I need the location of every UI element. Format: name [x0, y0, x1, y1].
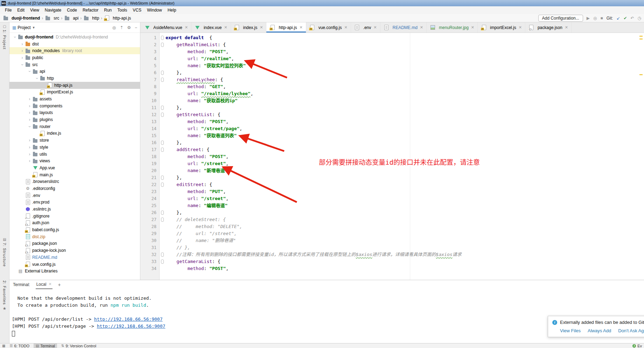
fold-marker[interactable] — [159, 139, 166, 146]
menu-navigate[interactable]: Navigate — [42, 7, 64, 13]
tree-row-App.vue[interactable]: ›App.vue — [9, 164, 140, 171]
breadcrumb-item-src[interactable]: src — [45, 16, 59, 21]
tree-row-http-api.js[interactable]: ›JShttp-api.js — [9, 82, 140, 89]
notification-action-always-add[interactable]: Always Add — [588, 328, 611, 333]
tree-row-node_modules[interactable]: ›node_moduleslibrary root — [9, 47, 140, 54]
terminal-tab-local[interactable]: Local ✕ — [36, 280, 52, 289]
menu-refactor[interactable]: Refactor — [80, 7, 101, 13]
tree-row-.editorconfig[interactable]: ›⚙.editorconfig — [9, 185, 140, 192]
tree-row-babel.config.js[interactable]: ›JSbabel.config.js — [9, 226, 140, 233]
tree-row-vue.config.js[interactable]: ›JSvue.config.js — [9, 261, 140, 268]
fold-marker[interactable] — [159, 111, 166, 118]
fold-marker[interactable] — [159, 258, 166, 265]
chevron-collapsed-icon[interactable]: › — [27, 111, 32, 115]
chevron-collapsed-icon[interactable]: › — [27, 118, 32, 122]
breadcrumb-item-http-api.js[interactable]: JShttp-api.js — [104, 15, 131, 21]
chevron-expanded-icon[interactable]: › — [13, 34, 17, 40]
tree-row-.eslintrc.js[interactable]: ›.eslintrc.js — [9, 206, 140, 213]
close-icon[interactable]: ✕ — [260, 25, 263, 30]
toolwindow-switcher-icon[interactable]: ▦ — [2, 344, 5, 348]
tree-row-src[interactable]: ›src — [9, 61, 140, 68]
update-project-icon[interactable]: ↙ — [616, 16, 620, 21]
tab-package.json[interactable]: {}package.json✕ — [525, 22, 572, 33]
code-editor[interactable]: 1export default {2 getRealTimeList: {3 m… — [140, 33, 644, 280]
close-icon[interactable]: ✕ — [565, 25, 568, 30]
tree-row-style[interactable]: ›style — [9, 144, 140, 151]
fold-marker[interactable] — [159, 41, 166, 48]
close-icon[interactable]: ✕ — [224, 25, 227, 30]
close-icon[interactable]: ✕ — [299, 25, 302, 30]
tree-row-package.json[interactable]: ›{}package.json — [9, 240, 140, 247]
tree-row-.browserslistrc[interactable]: ›.browserslistrc — [9, 178, 140, 185]
tab-http-api.js[interactable]: JShttp-api.js✕ — [266, 22, 306, 33]
tree-row-components[interactable]: ›components — [9, 102, 140, 109]
tree-row-README.md[interactable]: ›README.md — [9, 254, 140, 261]
fold-marker[interactable] — [159, 104, 166, 111]
chevron-expanded-icon[interactable]: › — [20, 62, 24, 67]
tab-.env[interactable]: .env✕ — [351, 22, 380, 33]
menu-help[interactable]: Help — [165, 7, 179, 13]
hide-panel-icon[interactable]: − — [135, 25, 137, 30]
terminal-button[interactable]: ▤Terminal — [34, 343, 57, 348]
tree-row-utils[interactable]: ›utils — [9, 151, 140, 158]
close-icon[interactable]: ✕ — [519, 25, 522, 30]
close-icon[interactable]: ✕ — [373, 25, 377, 30]
new-terminal-session-button[interactable]: + — [58, 282, 61, 287]
chevron-collapsed-icon[interactable]: › — [20, 49, 25, 53]
chevron-collapsed-icon[interactable]: › — [27, 159, 32, 163]
chevron-expanded-icon[interactable]: › — [28, 124, 32, 129]
menu-tools[interactable]: Tools — [114, 7, 130, 13]
event-log-button[interactable]: 2 Ev — [632, 344, 642, 348]
fold-marker[interactable] — [159, 209, 166, 216]
terminal-link[interactable]: http://192.168.66.56:9007 — [94, 317, 163, 322]
fold-marker[interactable] — [159, 76, 166, 83]
close-icon[interactable]: ✕ — [471, 25, 474, 30]
tab-index.js[interactable]: JSindex.js✕ — [231, 22, 267, 33]
tree-row-plugins[interactable]: ›plugins — [9, 116, 140, 123]
fold-marker[interactable] — [159, 216, 166, 223]
breadcrumb-item-api[interactable]: api — [64, 16, 78, 21]
history-icon[interactable]: ◷ — [638, 16, 641, 21]
chevron-collapsed-icon[interactable]: › — [27, 104, 32, 108]
chevron-collapsed-icon[interactable]: › — [27, 138, 32, 142]
breadcrumb-item-http[interactable]: http — [83, 16, 99, 21]
favorites-tool-button[interactable]: 2: Favorites ★ — [0, 280, 9, 311]
tree-row-dist.zip[interactable]: ›dist.zip — [9, 233, 140, 240]
chevron-collapsed-icon[interactable]: › — [20, 56, 25, 60]
tree-row-router[interactable]: ›router — [9, 123, 140, 130]
version-control-button[interactable]: ⇅9: Version Control — [59, 343, 98, 348]
tree-row-http[interactable]: ›http — [9, 75, 140, 82]
breadcrumb-item-duoji-frontend[interactable]: duoji-frontend — [3, 16, 40, 21]
tree-row-layouts[interactable]: ›layouts — [9, 109, 140, 116]
tree-row-External Libraries[interactable]: ›▤External Libraries — [9, 268, 140, 275]
fold-marker[interactable] — [159, 251, 166, 258]
add-configuration-button[interactable]: Add Configuration... — [538, 15, 583, 22]
project-tool-button[interactable]: ▢ 1: Project — [0, 24, 9, 49]
tree-row-public[interactable]: ›public — [9, 54, 140, 61]
notification-action-view-files[interactable]: View Files — [560, 328, 581, 333]
close-icon[interactable]: ✕ — [48, 282, 51, 286]
structure-tool-button[interactable]: ▤ 7: Structure — [0, 237, 9, 267]
tab-AsideMenu.vue[interactable]: AsideMenu.vue✕ — [141, 22, 191, 33]
tab-menuRouter.jpg[interactable]: menuRouter.jpg✕ — [427, 22, 478, 33]
tab-README.md[interactable]: README.md✕ — [380, 22, 427, 33]
settings-gear-icon[interactable]: ⚙ — [127, 25, 131, 30]
tab-vue.config.js[interactable]: JSvue.config.js✕ — [306, 22, 351, 33]
close-icon[interactable]: ✕ — [185, 25, 188, 30]
project-panel-title-button[interactable]: ▦ Project ▼ — [12, 25, 35, 30]
menu-edit[interactable]: Edit — [14, 7, 27, 13]
tree-row-.gitignore[interactable]: ›.gitignore — [9, 213, 140, 220]
menu-view[interactable]: View — [27, 7, 42, 13]
todo-button[interactable]: ☰6: TODO — [7, 343, 31, 348]
tree-row-views[interactable]: ›views — [9, 157, 140, 164]
tree-row-auth.json[interactable]: ›{}auth.json — [9, 220, 140, 227]
chevron-expanded-icon[interactable]: › — [28, 69, 32, 74]
close-icon[interactable]: ✕ — [420, 25, 423, 30]
tree-row-api[interactable]: ›api — [9, 68, 140, 75]
chevron-collapsed-icon[interactable]: › — [27, 145, 32, 149]
tree-row-assets[interactable]: ›assets — [9, 95, 140, 102]
tab-importExcel.js[interactable]: JSimportExcel.js✕ — [478, 22, 525, 33]
tree-row-package-lock.json[interactable]: ›{}package-lock.json — [9, 247, 140, 254]
close-icon[interactable]: ✕ — [344, 25, 347, 30]
tree-row-main.js[interactable]: ›JSmain.js — [9, 171, 140, 178]
